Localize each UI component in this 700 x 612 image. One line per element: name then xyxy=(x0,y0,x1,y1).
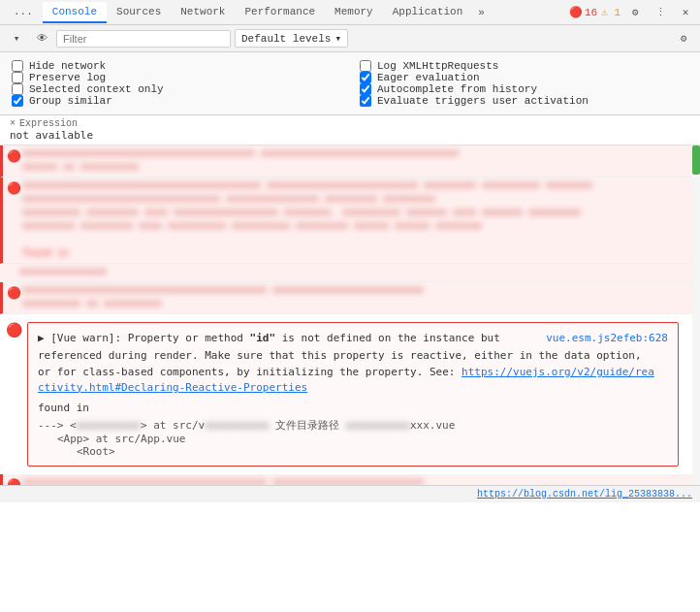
filter-input[interactable] xyxy=(56,30,231,48)
group-similar-checkbox[interactable] xyxy=(12,95,23,107)
expression-title: Expression xyxy=(19,118,78,129)
log-text: xxxxxxxxxxxxxxxxxxxxxxxxxxxxxxxxxxxxxxxx… xyxy=(22,179,692,261)
eager-eval-checkbox[interactable] xyxy=(360,72,371,83)
error-dot-icon: 🔴 xyxy=(7,149,16,159)
tab-bar: ... Console Sources Network Performance … xyxy=(0,0,700,25)
error-count-badge: 🔴 16 xyxy=(569,6,597,18)
status-url[interactable]: https://blog.csdn.net/lig_25383838... xyxy=(477,489,692,499)
hide-network-label: Hide network xyxy=(29,60,106,72)
log-text: xxxxxxxxxxxxxxxxxxxxxxxxxxxxxxxxxxxxxxxx… xyxy=(22,284,692,311)
vue-warn-id: "id" xyxy=(250,332,276,344)
error-dot-icon: 🔴 xyxy=(7,478,16,485)
log-xml-checkbox[interactable] xyxy=(360,60,371,72)
log-text: xxxxxxxxxxxxxxxxxxxxxxxxxxxxxxxxxxxxxxxx… xyxy=(22,147,692,175)
selected-context-label: Selected context only xyxy=(29,83,164,95)
vue-warn-prefix: ▶ [Vue warn]: Property or method xyxy=(38,332,250,344)
setting-preserve-log: Preserve log xyxy=(12,72,340,83)
group-similar-label: Group similar xyxy=(29,95,112,107)
preserve-log-checkbox[interactable] xyxy=(12,72,23,83)
log-row: xxxxxxxxxxxxxxx xyxy=(0,264,700,282)
clear-console-button[interactable]: ▾ xyxy=(6,28,27,49)
vue-warn-suffix: is not defined on the instance but xyxy=(275,332,500,344)
component-name-blurred: xxxxxxxxxx xyxy=(77,419,141,432)
expression-bar: × Expression not available xyxy=(0,115,700,145)
log-row: 🔴 xxxxxxxxxxxxxxxxxxxxxxxxxxxxxxxxxxxxxx… xyxy=(0,282,700,314)
setting-eager-eval: Eager evaluation xyxy=(360,72,688,83)
tab-console[interactable]: Console xyxy=(43,2,107,23)
expression-value: not available xyxy=(10,129,93,142)
vue-warn-line2: referenced during render. Make sure that… xyxy=(38,347,668,365)
tab-dots[interactable]: ... xyxy=(4,2,43,23)
setting-hide-network: Hide network xyxy=(12,60,340,72)
error-dot-icon: 🔴 xyxy=(7,181,16,191)
eval-triggers-checkbox[interactable] xyxy=(360,95,371,107)
vue-root-line: <Root> xyxy=(38,445,668,458)
status-bar: https://blog.csdn.net/lig_25383838... xyxy=(0,485,700,502)
setting-eval-triggers: Evaluate triggers user activation xyxy=(360,95,688,107)
component-xxx: xxxxxxxxxx xyxy=(346,419,410,432)
log-text: xxxxxxxxxxxxxxxxxxxxxxxxxxxxxxxxxxxxxxxx… xyxy=(22,476,692,485)
file-dir-label: 文件目录路径 xyxy=(275,419,339,432)
console-settings-button[interactable]: ⚙ xyxy=(673,28,694,49)
autocomplete-checkbox[interactable] xyxy=(360,83,371,95)
eval-triggers-label: Evaluate triggers user activation xyxy=(377,95,589,107)
vue-warn-link[interactable]: https://vuejs.org/v2/guide/rea xyxy=(461,366,654,378)
toolbar-left: ▾ 👁 Default levels ▾ xyxy=(6,28,348,49)
setting-log-xml: Log XMLHttpRequests xyxy=(360,60,688,72)
component-path-blurred: xxxxxxxxxx xyxy=(205,419,269,432)
selected-context-checkbox[interactable] xyxy=(12,83,23,95)
vue-warn-link-cont: ctivity.html#Declaring-Reactive-Properti… xyxy=(38,381,668,394)
tab-performance[interactable]: Performance xyxy=(235,2,325,23)
vue-warn-block: ▶ [Vue warn]: Property or method "id" is… xyxy=(27,322,679,467)
settings-panel: Hide network Preserve log Selected conte… xyxy=(0,52,700,115)
settings-left-col: Hide network Preserve log Selected conte… xyxy=(12,60,340,107)
vue-warn-container: 🔴 ▶ [Vue warn]: Property or method "id" … xyxy=(0,314,700,474)
tab-application[interactable]: Application xyxy=(383,2,473,23)
console-toolbar: ▾ 👁 Default levels ▾ ⚙ xyxy=(0,25,700,52)
more-options-button[interactable]: ⋮ xyxy=(650,2,671,23)
vue-warn-line3: or for class-based components, by initia… xyxy=(38,364,668,381)
close-devtools-button[interactable]: ✕ xyxy=(675,2,696,23)
eye-icon-button[interactable]: 👁 xyxy=(31,28,52,49)
expression-close-icon[interactable]: × xyxy=(10,118,16,129)
vue-app-line: <App> at src/App.vue xyxy=(38,433,668,445)
vue-warn-found-in: found in xyxy=(38,402,668,414)
warn-count-badge: ⚠ 1 xyxy=(601,6,620,18)
log-row: 🔴 xxxxxxxxxxxxxxxxxxxxxxxxxxxxxxxxxxxxxx… xyxy=(0,177,700,264)
settings-right-col: Log XMLHttpRequests Eager evaluation Aut… xyxy=(360,60,688,107)
eager-eval-label: Eager evaluation xyxy=(377,72,480,83)
log-row: 🔴 xxxxxxxxxxxxxxxxxxxxxxxxxxxxxxxxxxxxxx… xyxy=(0,474,700,485)
vue-ext: xxx.vue xyxy=(410,419,455,432)
expression-label: × Expression xyxy=(10,118,78,129)
tab-more-button[interactable]: » xyxy=(472,3,491,22)
vue-warn-component-line: ---> <xxxxxxxxxx> at src/vxxxxxxxxxx 文件目… xyxy=(38,418,668,433)
scrollbar-thumb[interactable] xyxy=(692,145,700,175)
console-output[interactable]: 🔴 xxxxxxxxxxxxxxxxxxxxxxxxxxxxxxxxxxxxxx… xyxy=(0,145,700,485)
autocomplete-label: Autocomplete from history xyxy=(377,83,537,95)
preserve-log-label: Preserve log xyxy=(29,72,106,83)
settings-gear-button[interactable]: ⚙ xyxy=(624,2,646,23)
log-xml-label: Log XMLHttpRequests xyxy=(377,60,498,72)
tab-bar-controls: 🔴 16 ⚠ 1 ⚙ ⋮ ✕ xyxy=(569,2,696,23)
error-dot-icon: 🔴 xyxy=(7,286,16,296)
default-levels-dropdown[interactable]: Default levels ▾ xyxy=(235,29,348,48)
setting-group-similar: Group similar xyxy=(12,95,340,107)
scrollbar-track xyxy=(692,145,700,485)
tab-sources[interactable]: Sources xyxy=(107,2,171,23)
log-text: xxxxxxxxxxxxxxx xyxy=(19,266,692,279)
setting-selected-context: Selected context only xyxy=(12,83,340,95)
vue-file-ref[interactable]: vue.esm.js2efeb:628 xyxy=(546,331,668,347)
hide-network-checkbox[interactable] xyxy=(12,60,23,72)
log-row: 🔴 xxxxxxxxxxxxxxxxxxxxxxxxxxxxxxxxxxxxxx… xyxy=(0,145,700,177)
setting-autocomplete: Autocomplete from history xyxy=(360,83,688,95)
toolbar-right: ⚙ xyxy=(673,28,694,49)
vue-warn-line1: ▶ [Vue warn]: Property or method "id" is… xyxy=(38,331,668,347)
tab-network[interactable]: Network xyxy=(171,2,235,23)
vue-warn-error-icon: 🔴 xyxy=(6,322,22,338)
tab-memory[interactable]: Memory xyxy=(325,2,383,23)
